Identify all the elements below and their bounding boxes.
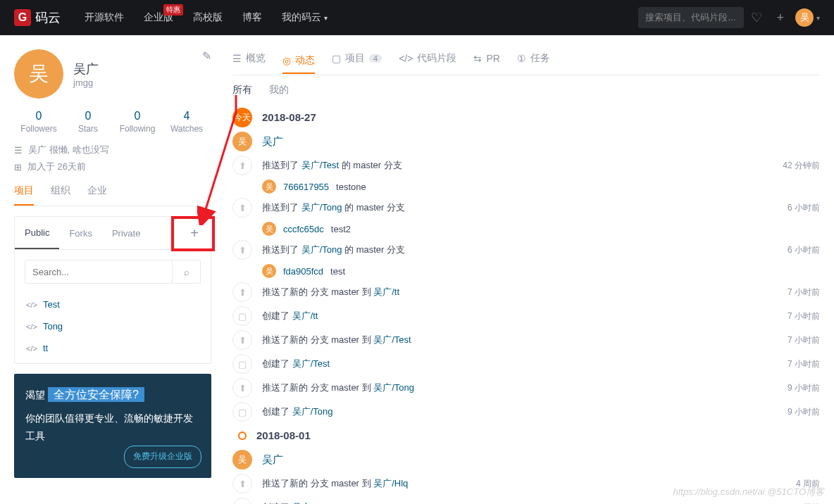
timeline-event: ⬆ 推送了新的 分支 master 到 吴广/tt 7 小时前 [232,282,820,302]
repo-link[interactable]: 吴广/Test [292,358,330,369]
edit-icon[interactable]: ✎ [202,49,211,63]
mtab-tasks[interactable]: ①任务 [517,49,550,68]
activity-icon: ◎ [282,55,291,66]
event-time: 9 小时前 [788,406,820,418]
timeline-date: 2018-08-27 [262,108,316,127]
stab-enterprise[interactable]: 企业 [87,184,107,206]
event-time: 4 周前 [796,502,820,505]
event-time: 6 小时前 [788,202,820,214]
profile-avatar[interactable]: 吴 [14,49,63,99]
stat-stars[interactable]: 0Stars [63,110,113,134]
event-text: 创建了 吴广/Test [262,358,778,370]
logo-icon: G [14,9,31,26]
new-project-button[interactable]: + [178,217,211,249]
global-search[interactable]: 搜索项目、代码片段... [638,7,744,28]
pr-icon: ⇆ [473,53,482,64]
profile-header: 吴 吴广 jmgg ✎ [14,49,211,99]
plus-icon[interactable]: + [776,11,784,25]
ptab-forks[interactable]: Forks [59,218,102,248]
promo-upgrade-button[interactable]: 免费升级企业版 [124,446,201,468]
repo-link[interactable]: 吴广/Tong [301,244,342,255]
overview-icon: ☰ [232,53,242,64]
subtab-mine[interactable]: 我的 [269,84,289,96]
stat-following[interactable]: 0Following [113,110,162,134]
event-text: 推送了新的 分支 master 到 吴广/Test [262,334,778,346]
profile-joined: ⊞加入于 26天前 [14,160,211,173]
logo[interactable]: G 码云 [14,9,61,26]
ptab-private[interactable]: Private [102,218,150,248]
chevron-down-icon: ▾ [816,14,820,22]
stat-followers[interactable]: 0Followers [14,110,63,134]
commit-msg: test2 [331,224,351,234]
repo-icon: </> [26,301,37,309]
nav-enterprise[interactable]: 企业版 特惠 [144,11,173,24]
profile-username: jmgg [73,77,99,88]
timeline-event: ⬆ 推送了新的 分支 master 到 吴广/Test 7 小时前 [232,330,820,350]
bell-icon[interactable]: ♡ [751,10,762,25]
repo-icon: </> [26,344,37,353]
timeline-event: ▢ 创建了 吴广/tt 7 小时前 [232,306,820,326]
promo-banner[interactable]: 渴望 全方位安全保障? 你的团队值得更专业、流畅的敏捷开发工具 免费升级企业版 [14,374,211,478]
mtab-activity[interactable]: ◎动态 [282,51,315,74]
timeline-username[interactable]: 吴广 [262,450,283,470]
project-item[interactable]: </>Test [15,294,211,315]
event-text: 推送了新的 分支 master 到 吴广/Tong [262,382,778,394]
repo-link[interactable]: 吴广/tt [373,286,399,297]
create-icon: ▢ [232,402,252,422]
nav-badge: 特惠 [163,4,183,15]
mtab-snippets[interactable]: </>代码片段 [399,49,456,68]
commit-sha[interactable]: 766617955 [283,182,329,192]
commit-msg: test [330,266,345,277]
event-time: 6 小时前 [788,244,820,256]
commit-row: 吴 cccfc65dc test2 [262,222,820,236]
sidebar: 吴 吴广 jmgg ✎ 0Followers 0Stars 0Following… [14,49,211,504]
chevron-down-icon: ▾ [324,14,328,22]
timeline-username[interactable]: 吴广 [262,132,283,151]
search-icon[interactable]: ⌕ [172,260,200,283]
timeline-event: ⬆ 推送到了 吴广/Tong 的 master 分支 6 小时前 [232,198,820,218]
profile-stats: 0Followers 0Stars 0Following 4Watches [14,110,211,134]
project-search-input[interactable] [25,260,172,283]
event-text: 创建了 吴广/Hlq [262,501,786,504]
event-time: 7 小时前 [788,334,820,346]
task-icon: ① [517,53,526,64]
repo-link[interactable]: 吴广/tt [292,310,318,321]
current-user-avatar[interactable]: 吴 [795,8,814,27]
nav-opensource[interactable]: 开源软件 [85,11,124,24]
commit-avatar: 吴 [262,179,276,194]
timeline-date-section: 2018-08-01 [232,426,820,446]
event-text: 推送到了 吴广/Tong 的 master 分支 [262,244,778,256]
event-time: 7 小时前 [788,286,820,298]
ptab-public[interactable]: Public [15,218,59,249]
logo-text: 码云 [35,9,61,26]
repo-link[interactable]: 吴广/Test [301,160,339,170]
branch-icon: ⬆ [232,474,252,493]
repo-link[interactable]: 吴广/Tong [301,202,342,213]
mtab-pr[interactable]: ⇆PR [473,50,499,67]
repo-link[interactable]: 吴广/Test [373,334,411,345]
today-badge: 今天 [232,108,252,127]
stab-projects[interactable]: 项目 [14,184,34,206]
subtab-all[interactable]: 所有 [232,84,252,96]
date-dot-icon [238,431,247,440]
push-icon: ⬆ [232,198,252,218]
commit-sha[interactable]: fda905fcd [283,266,323,277]
nav-education[interactable]: 高校版 [193,11,223,24]
mtab-overview[interactable]: ☰概览 [232,49,266,68]
stat-watches[interactable]: 4Watches [162,110,211,134]
commit-sha[interactable]: cccfc65dc [283,224,324,234]
event-text: 创建了 吴广/Tong [262,405,778,418]
repo-link[interactable]: 吴广/Tong [292,406,333,417]
mtab-projects[interactable]: ▢项目4 [332,49,382,68]
profile-bio: ☰吴广 很懒, 啥也没写 [14,144,211,156]
repo-link[interactable]: 吴广/Tong [373,382,414,393]
nav-blog[interactable]: 博客 [242,11,262,24]
stab-orgs[interactable]: 组织 [51,184,70,206]
nav-my[interactable]: 我的码云 ▾ [282,11,328,24]
project-search: ⌕ [25,260,201,284]
event-text: 推送了新的 分支 master 到 吴广/tt [262,286,778,298]
project-item[interactable]: </>Tong [15,315,211,337]
repo-link[interactable]: 吴广/Hlq [373,478,408,489]
project-item[interactable]: </>tt [15,337,211,363]
activity-timeline: 今天2018-08-27吴吴广 ⬆ 推送到了 吴广/Test 的 master … [232,108,820,504]
